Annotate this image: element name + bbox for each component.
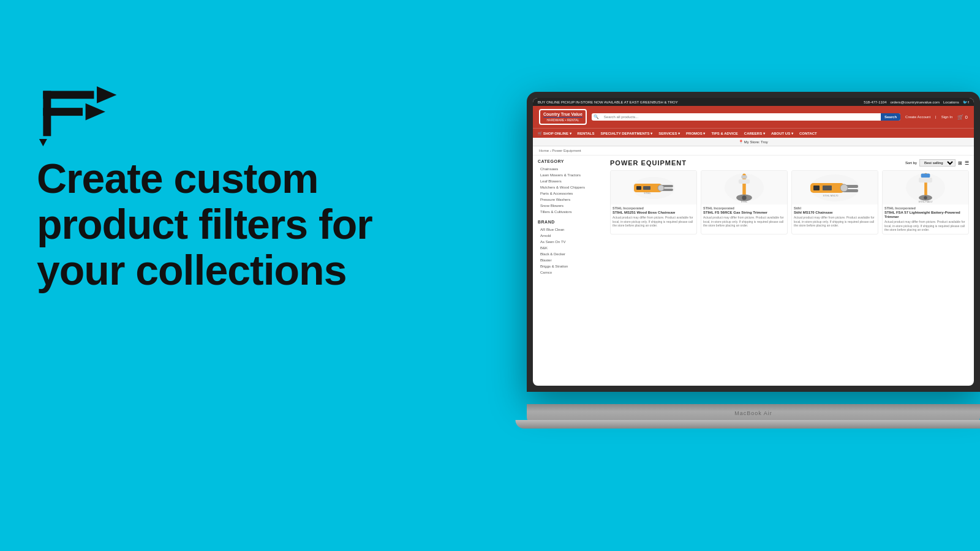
promo-text: BUY ONLINE PICKUP IN-STORE NOW AVAILABLE… [538, 100, 678, 104]
product-brand: STIHL Incorporated [612, 206, 695, 210]
page-title: POWER EQUIPMENT [610, 159, 687, 167]
search-bar: 🔍 Search [592, 113, 900, 121]
chainsaw2-img: STIHL MS170 [807, 171, 862, 204]
nav-about[interactable]: ABOUT US ▾ [771, 131, 793, 135]
breadcrumb-category: Power Equipment [552, 149, 581, 152]
logo[interactable]: Country True Value HARDWARE • RENTAL [539, 109, 587, 125]
trimmer-img: STIHL [720, 171, 769, 204]
product-info: Stihl Stihl MS170 Chainsaw Actual produc… [792, 204, 878, 230]
headline-line3: your collections [37, 247, 346, 293]
svg-marker-3 [86, 103, 105, 121]
laptop-mockup: BUY ONLINE PICKUP IN-STORE NOW AVAILABLE… [527, 92, 980, 422]
sidebar-brand-item[interactable]: Camco [538, 269, 605, 276]
sidebar-item[interactable]: Lawn Mowers & Tractors [538, 172, 605, 178]
category-title: CATEGORY [538, 159, 605, 163]
category-section: CATEGORY Chainsaws Lawn Mowers & Tractor… [538, 159, 605, 215]
sidebar-brand-item[interactable]: AR Blue Clean [538, 227, 605, 233]
headline: Create custom product filters for your c… [37, 156, 429, 293]
product-name: STIHL FS 56RCE Gas String Trimmer [703, 211, 785, 215]
sidebar-brand-item[interactable]: Blaster [538, 257, 605, 263]
nav-specialty[interactable]: SPECIALTY DEPARTMENTS ▾ [600, 131, 652, 135]
svg-rect-25 [813, 186, 820, 190]
sign-in-link[interactable]: Sign In [941, 115, 953, 119]
svg-rect-11 [643, 186, 650, 190]
search-button[interactable]: Search [881, 113, 900, 121]
sidebar-item[interactable]: Leaf Blowers [538, 178, 605, 184]
svg-marker-5 [39, 139, 47, 146]
list-view-icon[interactable]: ☰ [965, 160, 969, 166]
breadcrumb: Home › Power Equipment [533, 146, 974, 156]
sidebar-brand-item[interactable]: As Seen On TV [538, 239, 605, 245]
nav-rentals[interactable]: RENTALS [578, 132, 595, 135]
svg-point-17 [742, 195, 746, 200]
grid-view-icon[interactable]: ⊞ [958, 160, 962, 166]
locations-link[interactable]: Locations [943, 100, 959, 104]
product-card[interactable]: STIHL MS170 Stihl Stihl MS170 Chainsaw A… [791, 170, 878, 234]
chainsaw-img: STIHL [629, 173, 678, 203]
brand-section: BRAND AR Blue Clean Arnold As Seen On TV… [538, 220, 605, 276]
social-icons: 🐦 f [963, 100, 969, 104]
product-info: STIHL Incorporated STIHL MS251 Wood Boss… [611, 204, 696, 230]
sidebar-brand-item[interactable]: Black & Decker [538, 251, 605, 257]
product-card[interactable]: STIHL FSA 57 STIHL Incorporated STIHL FS… [882, 170, 969, 234]
search-input[interactable] [601, 113, 881, 121]
product-desc: Actual product may differ from picture. … [794, 216, 876, 228]
sidebar-item[interactable]: Pressure Washers [538, 197, 605, 203]
svg-text:STIHL MS170: STIHL MS170 [823, 194, 839, 197]
sort-by-label: Sort by [905, 161, 917, 165]
svg-text:STIHL: STIHL [741, 201, 747, 203]
svg-rect-10 [636, 186, 641, 190]
nav-tips[interactable]: TIPS & ADVICE [711, 132, 737, 135]
sort-area: Sort by Best selling ⊞ ☰ [905, 159, 969, 167]
sidebar-item[interactable]: Snow Blowers [538, 203, 605, 209]
products-area: POWER EQUIPMENT Sort by Best selling ⊞ ☰ [610, 159, 969, 384]
battery-trimmer-img: STIHL FSA 57 [901, 171, 950, 204]
nav-shop-online[interactable]: 🛒 SHOP ONLINE ▾ [538, 131, 571, 135]
product-info: STIHL Incorporated STIHL FSA 57 Lightwei… [883, 204, 968, 234]
logo-line1: Country True Value [543, 112, 582, 116]
my-store-bar: 📍 My Store: Troy [533, 138, 974, 146]
product-card[interactable]: STIHL STIHL Incorporated STIHL FS 56RCE … [701, 170, 788, 234]
sort-select[interactable]: Best selling [919, 159, 956, 167]
svg-point-32 [924, 196, 927, 200]
product-name: STIHL FSA 57 Lightweight Battery-Powered… [884, 211, 967, 219]
sidebar-item[interactable]: Tillers & Cultivators [538, 209, 605, 215]
phone-number: 518-477-1104 [864, 100, 886, 104]
product-card[interactable]: STIHL STIHL Incorporated STIHL MS251 Woo… [610, 170, 697, 234]
products-header: POWER EQUIPMENT Sort by Best selling ⊞ ☰ [610, 159, 969, 167]
sidebar-brand-item[interactable]: Arnold [538, 233, 605, 239]
nav-services[interactable]: SERVICES ▾ [658, 131, 680, 135]
website-content: BUY ONLINE PICKUP IN-STORE NOW AVAILABLE… [533, 98, 974, 386]
nav-careers[interactable]: CAREERS ▾ [744, 131, 765, 135]
laptop-screen: BUY ONLINE PICKUP IN-STORE NOW AVAILABLE… [527, 92, 980, 392]
sidebar-brand-item[interactable]: B&K [538, 245, 605, 251]
create-account-link[interactable]: Create Account [905, 115, 930, 119]
svg-rect-34 [921, 174, 930, 178]
top-bar-right: 518-477-1104 orders@countrytruevalue.com… [864, 100, 969, 104]
nav-contact[interactable]: CONTACT [799, 132, 817, 135]
laptop-bottom [516, 420, 981, 429]
sidebar-brand-item[interactable]: Briggs & Stratton [538, 263, 605, 269]
screen-inner: BUY ONLINE PICKUP IN-STORE NOW AVAILABLE… [533, 98, 974, 386]
sidebar-item[interactable]: Parts & Accessories [538, 190, 605, 197]
my-store-text: My Store: Troy [744, 140, 768, 144]
cart-icon[interactable]: 🛒 0 [957, 114, 968, 120]
product-image: STIHL FSA 57 [883, 171, 968, 204]
sidebar-item[interactable]: Chainsaws [538, 166, 605, 172]
breadcrumb-home[interactable]: Home [539, 149, 549, 152]
main-content: CATEGORY Chainsaws Lawn Mowers & Tractor… [533, 156, 974, 386]
product-name: Stihl MS170 Chainsaw [794, 211, 876, 215]
nav-promos[interactable]: PROMOS ▾ [686, 131, 705, 135]
my-store-icon: 📍 [739, 140, 743, 144]
header: Country True Value HARDWARE • RENTAL 🔍 S… [533, 106, 974, 128]
filter-logo-icon [37, 80, 129, 153]
top-bar: BUY ONLINE PICKUP IN-STORE NOW AVAILABLE… [533, 98, 974, 106]
svg-point-12 [658, 185, 664, 191]
sidebar-item[interactable]: Mulchers & Wood Chippers [538, 184, 605, 190]
svg-text:STIHL FSA 57: STIHL FSA 57 [918, 201, 932, 203]
headline-line2: product filters for [37, 201, 372, 247]
svg-rect-26 [823, 186, 832, 190]
product-brand: STIHL Incorporated [884, 206, 967, 210]
brand-title: BRAND [538, 220, 605, 224]
svg-marker-1 [97, 86, 116, 103]
